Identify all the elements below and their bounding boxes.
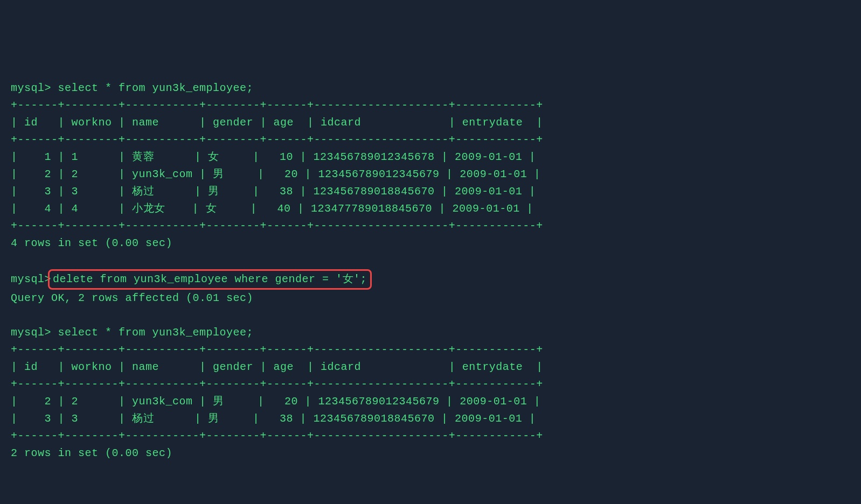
- mysql-prompt: mysql>: [11, 326, 51, 339]
- blank-line: [11, 252, 850, 269]
- table1-border-bot: +------+--------+-----------+--------+--…: [11, 218, 850, 235]
- mysql-prompt: mysql>: [11, 82, 51, 94]
- table1-header: | id | workno | name | gender | age | id…: [11, 114, 850, 131]
- query1-line[interactable]: mysql> select * from yun3k_employee;: [11, 80, 850, 97]
- table2-row: | 3 | 3 | 杨过 | 男 | 38 | 1234567890188456…: [11, 410, 850, 428]
- highlighted-delete-command: delete from yun3k_employee where gender …: [48, 269, 372, 290]
- table1-row: | 4 | 4 | 小龙女 | 女 | 40 | 123477789018845…: [11, 200, 850, 218]
- mysql-prompt: mysql>: [11, 271, 51, 288]
- query2-result: Query OK, 2 rows affected (0.01 sec): [11, 290, 850, 307]
- query1-result: 4 rows in set (0.00 sec): [11, 235, 850, 252]
- table2-border-top: +------+--------+-----------+--------+--…: [11, 341, 850, 359]
- table1-row: | 1 | 1 | 黄蓉 | 女 | 10 | 1234567890123456…: [11, 149, 850, 166]
- select-command-1: select * from yun3k_employee;: [58, 82, 254, 94]
- query3-line[interactable]: mysql> select * from yun3k_employee;: [11, 324, 850, 341]
- query3-result: 2 rows in set (0.00 sec): [11, 445, 850, 462]
- table1-row: | 3 | 3 | 杨过 | 男 | 38 | 1234567890188456…: [11, 183, 850, 200]
- delete-command: delete from yun3k_employee where gender …: [53, 273, 367, 285]
- query2-line[interactable]: mysql> delete from yun3k_employee where …: [11, 269, 850, 290]
- table1-border-top: +------+--------+-----------+--------+--…: [11, 97, 850, 114]
- terminal-output: mysql> select * from yun3k_employee;+---…: [11, 80, 850, 462]
- table2-border-bot: +------+--------+-----------+--------+--…: [11, 428, 850, 445]
- blank-line: [11, 307, 850, 324]
- table1-border-mid: +------+--------+-----------+--------+--…: [11, 131, 850, 149]
- table2-row: | 2 | 2 | yun3k_com | 男 | 20 | 123456789…: [11, 393, 850, 410]
- select-command-2: select * from yun3k_employee;: [58, 326, 254, 339]
- table1-row: | 2 | 2 | yun3k_com | 男 | 20 | 123456789…: [11, 166, 850, 183]
- table2-border-mid: +------+--------+-----------+--------+--…: [11, 376, 850, 393]
- table2-header: | id | workno | name | gender | age | id…: [11, 359, 850, 376]
